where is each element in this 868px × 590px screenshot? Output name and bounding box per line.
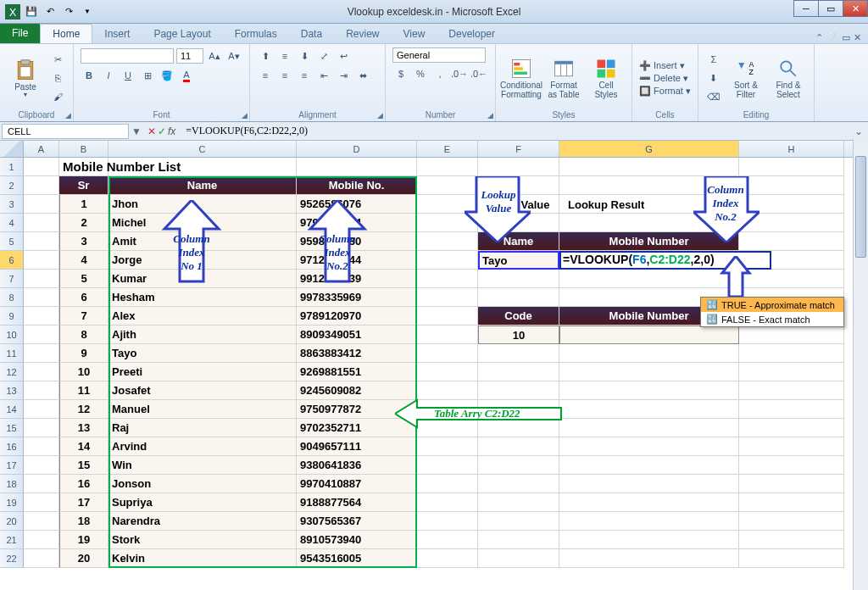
font-size-input[interactable] bbox=[176, 48, 203, 64]
find-select-button[interactable]: Find & Select bbox=[770, 47, 807, 109]
row-header-22[interactable]: 22 bbox=[0, 549, 24, 568]
cells-area[interactable]: Mobile Number ListSrNameMobile No.1Jhon9… bbox=[24, 158, 844, 568]
sort-filter-button[interactable]: AZSort & Filter bbox=[727, 47, 765, 109]
cell[interactable] bbox=[24, 400, 59, 419]
number-format-input[interactable] bbox=[392, 47, 486, 63]
cut-icon[interactable]: ✂ bbox=[49, 51, 66, 68]
tooltip-option-false[interactable]: 🔣FALSE - Exact match bbox=[701, 312, 843, 326]
cell[interactable] bbox=[24, 288, 59, 307]
formula-expand-icon[interactable]: ⌄ bbox=[849, 125, 868, 137]
cell[interactable] bbox=[478, 381, 559, 400]
cell[interactable]: 18 bbox=[59, 512, 108, 531]
inc-decimal-icon[interactable]: .0→ bbox=[451, 65, 468, 82]
row-header-9[interactable]: 9 bbox=[0, 307, 24, 326]
close-button[interactable]: ✕ bbox=[843, 0, 868, 17]
align-top-icon[interactable]: ⬆ bbox=[257, 47, 274, 64]
cell[interactable] bbox=[24, 232, 59, 251]
cell[interactable] bbox=[478, 288, 559, 307]
underline-icon[interactable]: U bbox=[120, 67, 136, 84]
cell[interactable] bbox=[417, 400, 478, 419]
row-header-20[interactable]: 20 bbox=[0, 512, 24, 531]
cell[interactable] bbox=[24, 475, 59, 493]
cell[interactable] bbox=[559, 456, 739, 475]
row-header-17[interactable]: 17 bbox=[0, 456, 24, 475]
cell[interactable] bbox=[559, 176, 739, 195]
cell[interactable] bbox=[24, 381, 59, 400]
row-header-12[interactable]: 12 bbox=[0, 363, 24, 381]
cell[interactable] bbox=[739, 400, 844, 419]
cell[interactable] bbox=[739, 195, 844, 214]
cell[interactable]: 12 bbox=[59, 400, 108, 419]
fill-icon[interactable]: ⬇ bbox=[705, 70, 722, 86]
cell[interactable]: Jhon bbox=[108, 195, 297, 214]
cell[interactable]: 10 bbox=[478, 326, 559, 344]
cell[interactable] bbox=[478, 270, 559, 288]
cell[interactable]: 1 bbox=[59, 195, 108, 214]
tab-formulas[interactable]: Formulas bbox=[223, 25, 289, 43]
cell[interactable] bbox=[559, 531, 739, 549]
col-header-D[interactable]: D bbox=[297, 141, 417, 157]
align-middle-icon[interactable]: ≡ bbox=[276, 47, 293, 64]
cell[interactable] bbox=[24, 344, 59, 363]
cell[interactable] bbox=[559, 381, 739, 400]
cell[interactable] bbox=[24, 195, 59, 214]
cell[interactable]: 16 bbox=[59, 475, 108, 493]
cell[interactable] bbox=[559, 419, 739, 437]
name-box[interactable]: CELL bbox=[2, 124, 129, 139]
cell[interactable] bbox=[739, 232, 844, 251]
row-header-14[interactable]: 14 bbox=[0, 400, 24, 419]
cell[interactable]: Kumar bbox=[108, 270, 297, 288]
cell[interactable] bbox=[559, 158, 739, 176]
cell[interactable]: 10 bbox=[59, 363, 108, 381]
cell[interactable]: 15 bbox=[59, 456, 108, 475]
cell[interactable] bbox=[478, 158, 559, 176]
conditional-formatting-button[interactable]: Conditional Formatting bbox=[503, 47, 540, 109]
cell[interactable]: 9797895714 bbox=[297, 214, 417, 232]
cell[interactable] bbox=[478, 344, 559, 363]
cell[interactable]: Raj bbox=[108, 419, 297, 437]
format-as-table-button[interactable]: Format as Table bbox=[545, 47, 582, 109]
select-all-corner[interactable] bbox=[0, 141, 24, 157]
cell[interactable]: 11 bbox=[59, 381, 108, 400]
italic-icon[interactable]: I bbox=[100, 67, 117, 84]
row-header-4[interactable]: 4 bbox=[0, 214, 24, 232]
insert-cells-button[interactable]: ➕ Insert ▾ bbox=[639, 60, 691, 71]
tooltip-option-true[interactable]: 🔣TRUE - Approximate match bbox=[701, 298, 843, 312]
cell[interactable]: Amit bbox=[108, 232, 297, 251]
paste-button[interactable]: Paste▼ bbox=[7, 47, 44, 109]
cell[interactable] bbox=[417, 251, 478, 270]
maximize-button[interactable]: ▭ bbox=[818, 0, 843, 17]
number-launcher-icon[interactable]: ◢ bbox=[487, 111, 493, 120]
row-header-11[interactable]: 11 bbox=[0, 344, 24, 363]
cell[interactable]: 9245609082 bbox=[297, 381, 417, 400]
cell[interactable]: 9598335330 bbox=[297, 232, 417, 251]
cell[interactable] bbox=[417, 512, 478, 531]
cell[interactable] bbox=[739, 176, 844, 195]
cell[interactable] bbox=[559, 475, 739, 493]
cell[interactable] bbox=[24, 270, 59, 288]
minimize-button[interactable]: ─ bbox=[793, 0, 819, 17]
cell[interactable]: Sr bbox=[59, 176, 108, 195]
cell[interactable] bbox=[417, 326, 478, 344]
col-header-H[interactable]: H bbox=[739, 141, 844, 157]
cell[interactable]: 9789120970 bbox=[297, 307, 417, 326]
cell[interactable]: Preeti bbox=[108, 363, 297, 381]
cell[interactable] bbox=[417, 270, 478, 288]
cell[interactable] bbox=[559, 270, 739, 288]
cell[interactable]: Name bbox=[478, 232, 559, 251]
currency-icon[interactable]: $ bbox=[392, 65, 409, 82]
shrink-font-icon[interactable]: A▾ bbox=[225, 47, 242, 64]
undo-icon[interactable]: ↶ bbox=[42, 4, 58, 19]
cell[interactable]: 9970410887 bbox=[297, 475, 417, 493]
row-header-16[interactable]: 16 bbox=[0, 437, 24, 456]
copy-icon[interactable]: ⎘ bbox=[49, 70, 66, 86]
cell[interactable] bbox=[108, 158, 297, 176]
cell[interactable]: Win bbox=[108, 456, 297, 475]
cell[interactable] bbox=[417, 381, 478, 400]
tab-developer[interactable]: Developer bbox=[437, 25, 507, 43]
cell[interactable] bbox=[739, 493, 844, 512]
cell[interactable] bbox=[559, 326, 739, 344]
cell[interactable] bbox=[739, 251, 844, 270]
cell[interactable]: Mobile Number bbox=[559, 232, 739, 251]
file-tab[interactable]: File bbox=[0, 23, 40, 43]
